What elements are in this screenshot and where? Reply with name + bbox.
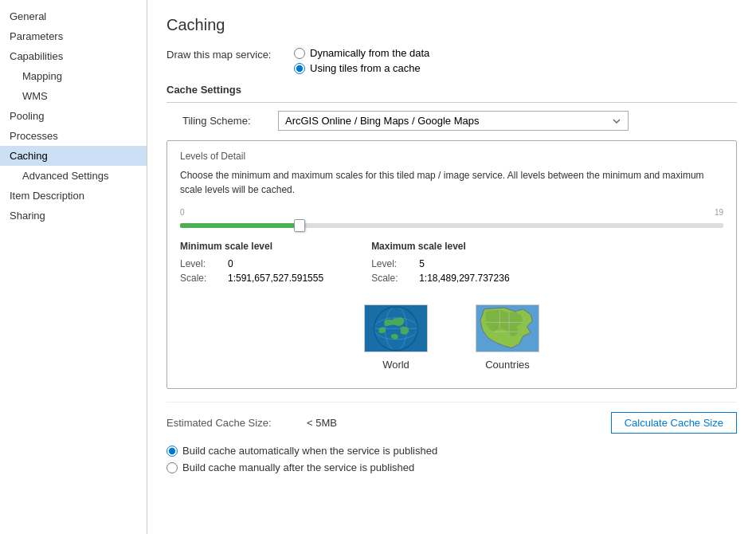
slider-fill [180, 223, 300, 228]
max-scale-value: 1:18,489,297.737236 [419, 273, 509, 284]
calculate-cache-button[interactable]: Calculate Cache Size [611, 412, 737, 434]
min-scale-col: Minimum scale level Level: 0 Scale: 1:59… [180, 241, 323, 284]
world-image [364, 304, 428, 352]
draw-map-controls: Dynamically from the data Using tiles fr… [294, 47, 737, 74]
draw-map-label: Draw this map service: [166, 47, 294, 61]
min-scale-title: Minimum scale level [180, 241, 323, 252]
sidebar: GeneralParametersCapabilitiesMappingWMSP… [0, 0, 147, 534]
countries-image [476, 304, 539, 352]
radio-dynamic-label: Dynamically from the data [310, 47, 429, 59]
slider-ticks: 0 19 [180, 208, 723, 217]
bottom-section: Estimated Cache Size: < 5MB Calculate Ca… [166, 402, 737, 473]
cache-size-row: Estimated Cache Size: < 5MB Calculate Ca… [166, 412, 737, 434]
page-title: Caching [166, 16, 737, 34]
max-level-value: 5 [419, 258, 425, 269]
sidebar-item-general[interactable]: General [0, 6, 147, 26]
map-thumbnails: World [180, 296, 723, 379]
tiling-label: Tiling Scheme: [166, 115, 278, 127]
radio-dynamic-row: Dynamically from the data [294, 47, 737, 59]
sidebar-item-advanced-settings[interactable]: Advanced Settings [0, 166, 147, 186]
max-scale-label: Scale: [371, 273, 411, 284]
countries-svg [476, 305, 539, 352]
scale-info: Minimum scale level Level: 0 Scale: 1:59… [180, 241, 723, 284]
max-scale-row: Scale: 1:18,489,297.737236 [371, 273, 509, 284]
build-options: Build cache automatically when the servi… [166, 445, 737, 473]
min-level-value: 0 [228, 258, 233, 269]
build-auto-label: Build cache automatically when the servi… [182, 445, 437, 457]
lod-box: Levels of Detail Choose the minimum and … [166, 140, 737, 389]
sidebar-item-pooling[interactable]: Pooling [0, 106, 147, 126]
build-manual-label: Build cache manually after the service i… [182, 461, 414, 473]
cache-size-value: < 5MB [307, 417, 370, 429]
min-scale-row: Scale: 1:591,657,527.591555 [180, 273, 323, 284]
tick-start: 0 [180, 208, 185, 217]
lod-description: Choose the minimum and maximum scales fo… [180, 168, 723, 197]
slider-thumb[interactable] [294, 219, 305, 232]
min-level-label: Level: [180, 258, 220, 269]
cache-size-label: Estimated Cache Size: [166, 417, 294, 429]
min-scale-label: Scale: [180, 273, 220, 284]
world-label: World [382, 359, 409, 371]
build-manual-option: Build cache manually after the service i… [166, 461, 737, 473]
countries-label: Countries [485, 359, 530, 371]
sidebar-item-caching[interactable]: Caching [0, 146, 147, 166]
max-level-row: Level: 5 [371, 258, 509, 269]
sidebar-item-mapping[interactable]: Mapping [0, 66, 147, 86]
max-scale-title: Maximum scale level [371, 241, 509, 252]
radio-build-auto[interactable] [166, 446, 178, 457]
radio-tiles-label: Using tiles from a cache [310, 62, 421, 74]
slider-container: 0 19 [180, 208, 723, 228]
build-auto-option: Build cache automatically when the servi… [166, 445, 737, 457]
world-thumb: World [364, 304, 428, 371]
lod-title: Levels of Detail [180, 151, 723, 162]
radio-tiles-row: Using tiles from a cache [294, 62, 737, 74]
radio-build-manual[interactable] [166, 462, 178, 473]
max-scale-col: Maximum scale level Level: 5 Scale: 1:18… [371, 241, 509, 284]
slider-track [180, 223, 723, 228]
main-content: Caching Draw this map service: Dynamical… [147, 0, 756, 534]
min-scale-value: 1:591,657,527.591555 [228, 273, 323, 284]
sidebar-item-processes[interactable]: Processes [0, 126, 147, 146]
draw-map-row: Draw this map service: Dynamically from … [166, 47, 737, 74]
sidebar-item-parameters[interactable]: Parameters [0, 26, 147, 46]
tick-end: 19 [715, 208, 723, 217]
radio-tiles[interactable] [294, 63, 305, 74]
min-level-row: Level: 0 [180, 258, 323, 269]
world-globe-svg [365, 305, 427, 352]
max-level-label: Level: [371, 258, 411, 269]
sidebar-item-sharing[interactable]: Sharing [0, 206, 147, 226]
sidebar-item-wms[interactable]: WMS [0, 86, 147, 106]
radio-dynamic[interactable] [294, 48, 305, 59]
cache-settings-label: Cache Settings [166, 84, 737, 96]
sidebar-item-capabilities[interactable]: Capabilities [0, 46, 147, 66]
sidebar-item-item-description[interactable]: Item Description [0, 186, 147, 206]
countries-thumb: Countries [476, 304, 539, 371]
tiling-select[interactable]: ArcGIS Online / Bing Maps / Google Maps [278, 111, 629, 131]
tiling-row: Tiling Scheme: ArcGIS Online / Bing Maps… [166, 111, 737, 131]
